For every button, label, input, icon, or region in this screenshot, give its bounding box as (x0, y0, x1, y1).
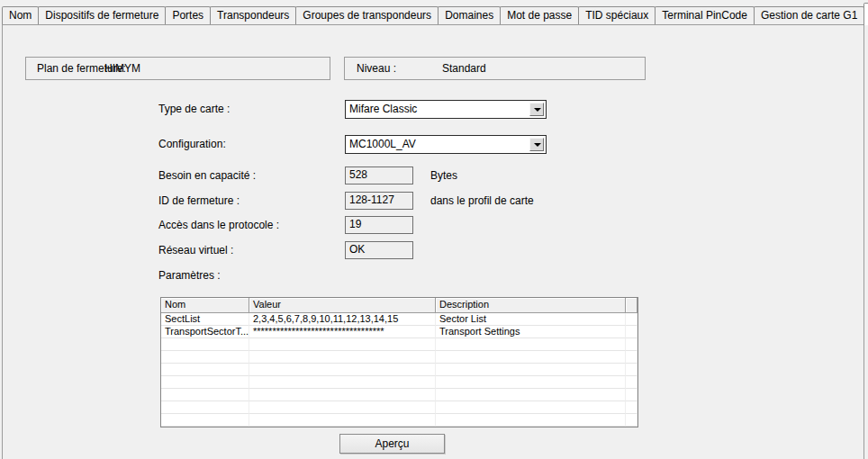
locking-plan-box: Plan de fermeture: HIMYM (25, 57, 330, 80)
locking-plan-value: HIMYM (104, 58, 140, 79)
level-label: Niveau : (357, 58, 396, 79)
card-type-selected-value: Mifare Classic (349, 102, 417, 117)
table-cell (626, 414, 637, 427)
table-cell: ********************************** (249, 326, 436, 338)
configuration-label: Configuration: (158, 138, 226, 150)
tab-domaines[interactable]: Domaines (438, 6, 501, 24)
table-row-empty (161, 414, 637, 427)
table-cell (249, 338, 436, 351)
card-type-dropdown-button[interactable] (529, 103, 544, 116)
virtual-network-label: Réseau virtuel : (158, 244, 233, 256)
dropdown-arrow-icon (534, 108, 541, 112)
table-row-empty (161, 376, 637, 389)
table-cell: TransportSectorT... (161, 326, 249, 338)
table-cell (161, 401, 249, 414)
table-cell (626, 364, 637, 376)
level-box: Niveau : Standard (344, 57, 646, 80)
table-cell: 2,3,4,5,6,7,8,9,10,11,12,13,14,15 (249, 313, 436, 326)
capacity-label: Besoin en capacité : (158, 169, 256, 182)
capacity-unit-label: Bytes (430, 169, 457, 182)
tab-transpondeurs[interactable]: Transpondeurs (210, 6, 296, 24)
table-cell: Sector List (436, 313, 626, 326)
virtual-network-field[interactable]: OK (345, 241, 413, 259)
tab-groupes-de-transpondeurs[interactable]: Groupes de transpondeurs (295, 6, 439, 24)
preview-button[interactable]: Aperçu (339, 434, 445, 454)
table-cell (436, 401, 626, 414)
table-cell (249, 414, 436, 427)
table-cell (436, 414, 626, 427)
table-cell (626, 389, 637, 401)
dropdown-arrow-icon (534, 143, 541, 147)
table-cell (626, 338, 637, 351)
configuration-dropdown[interactable]: MC1000L_AV (345, 135, 547, 154)
configuration-selected-value: MC1000L_AV (349, 137, 416, 152)
card-type-dropdown[interactable]: Mifare Classic (345, 100, 547, 119)
table-cell (161, 376, 249, 389)
column-header-valeur[interactable]: Valeur (249, 298, 436, 313)
lock-id-field[interactable]: 128-1127 (345, 192, 413, 210)
table-row-empty (161, 364, 637, 376)
table-cell (436, 364, 626, 376)
table-cell (161, 351, 249, 364)
table-cell (249, 351, 436, 364)
table-row-empty (161, 389, 637, 401)
table-cell (626, 376, 637, 389)
table-cell (161, 338, 249, 351)
tab-portes[interactable]: Portes (165, 6, 211, 24)
tab-nom[interactable]: Nom (2, 6, 39, 24)
column-header-description[interactable]: Description (436, 298, 626, 313)
table-cell: SectList (161, 313, 249, 326)
parameters-table-body: SectList2,3,4,5,6,7,8,9,10,11,12,13,14,1… (161, 313, 637, 427)
configuration-dropdown-button[interactable] (529, 138, 544, 151)
column-header-empty (626, 298, 637, 313)
table-row[interactable]: TransportSectorT...*********************… (161, 326, 637, 338)
tab-gestion-des-cartes-g2[interactable]: Gestion des cartes G2 (863, 3, 868, 25)
table-cell (249, 364, 436, 376)
table-cell (161, 364, 249, 376)
protocol-access-field[interactable]: 19 (345, 216, 413, 234)
tab-gestion-de-carte-g1[interactable]: Gestion de carte G1 (754, 6, 864, 24)
protocol-access-label: Accès dans le protocole : (158, 219, 279, 231)
table-cell (626, 401, 637, 414)
parameters-table-header: NomValeurDescription (161, 298, 637, 313)
tab-mot-de-passe[interactable]: Mot de passe (500, 6, 579, 24)
lock-id-suffix-label: dans le profil de carte (430, 194, 534, 207)
tab-dispositifs-de-fermeture[interactable]: Dispositifs de fermeture (38, 6, 166, 24)
table-cell (161, 414, 249, 427)
table-cell (161, 389, 249, 401)
table-cell (626, 326, 637, 338)
card-type-label: Type de carte : (158, 103, 230, 115)
table-cell (436, 389, 626, 401)
table-cell (626, 313, 637, 326)
table-cell (249, 389, 436, 401)
table-cell (626, 351, 637, 364)
level-value: Standard (442, 58, 486, 79)
tab-terminal-pincode[interactable]: Terminal PinCode (655, 6, 755, 24)
table-row-empty (161, 351, 637, 364)
table-cell (436, 338, 626, 351)
lock-id-label: ID de fermeture : (158, 194, 240, 207)
tab-tid-speciaux[interactable]: TID spéciaux (578, 6, 656, 24)
table-cell (249, 401, 436, 414)
parameters-label: Paramètres : (158, 269, 221, 282)
table-cell (436, 351, 626, 364)
parameters-table: NomValeurDescription SectList2,3,4,5,6,7… (160, 297, 638, 428)
table-row[interactable]: SectList2,3,4,5,6,7,8,9,10,11,12,13,14,1… (161, 313, 637, 326)
table-cell (436, 376, 626, 389)
card-management-g2-dialog: NomDispositifs de fermeturePortesTranspo… (0, 0, 868, 459)
table-row-empty (161, 338, 637, 351)
table-cell (249, 376, 436, 389)
tab-bar: NomDispositifs de fermeturePortesTranspo… (2, 3, 868, 25)
table-row-empty (161, 401, 637, 414)
table-cell: Transport Settings (436, 326, 626, 338)
capacity-field[interactable]: 528 (345, 166, 413, 184)
column-header-nom[interactable]: Nom (161, 298, 249, 313)
